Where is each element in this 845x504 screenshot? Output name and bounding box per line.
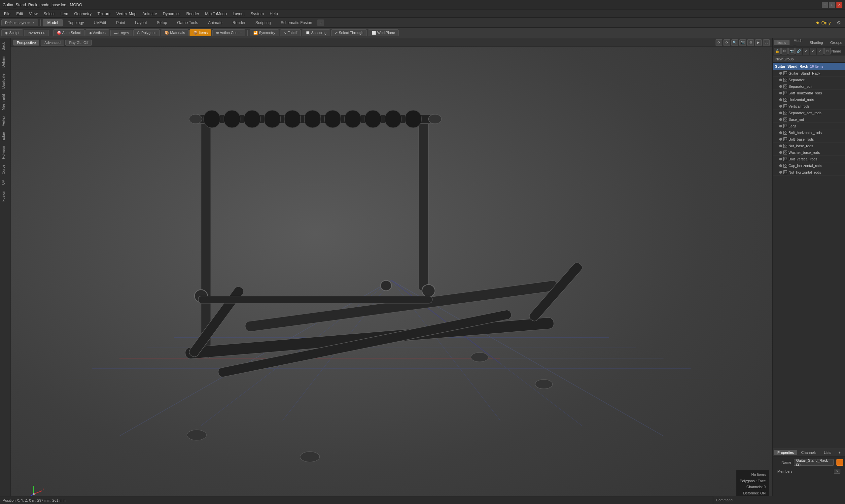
main-tab-game-tools[interactable]: Game Tools [172, 19, 203, 26]
name-prop-value[interactable]: Guitar_Stand_Rack (2) [794, 459, 834, 466]
list-item[interactable]: ⬡ Legs [773, 123, 845, 129]
items-group-header[interactable]: Guitar_Stand_Rack 16 Items [773, 63, 845, 70]
snapping-button[interactable]: 🔲 Snapping [302, 29, 330, 36]
list-item[interactable]: ⬡ Horizontal_rods [773, 96, 845, 103]
menu-item-vertex map[interactable]: Vertex Map [114, 11, 139, 17]
tab-groups[interactable]: Groups [827, 40, 845, 45]
menu-item-edit[interactable]: Edit [14, 11, 26, 17]
vertices-button[interactable]: ◆ Vertices [86, 29, 109, 36]
menu-item-item[interactable]: Item [58, 11, 71, 17]
list-item[interactable]: ⬡ Washer_base_rods [773, 149, 845, 156]
list-item[interactable]: ⬡ Base_rod [773, 116, 845, 123]
vis-btn3[interactable]: ✓ [817, 48, 824, 54]
list-item[interactable]: ⬡ Vertical_rods [773, 103, 845, 110]
tab-add[interactable]: + [835, 450, 844, 455]
sculpt-button[interactable]: ◉ Sculpt [1, 29, 23, 36]
viewport[interactable]: Perspective Advanced Ray GL: Off ⟳ ⟳ 🔍 📷… [11, 38, 772, 504]
close-button[interactable]: ✕ [837, 2, 842, 8]
settings-button[interactable]: ⚙ [747, 39, 754, 46]
items-list[interactable]: Guitar_Stand_Rack 16 Items ⬡ Guitar_Stan… [773, 63, 845, 448]
command-bar[interactable]: Command [713, 496, 845, 504]
list-item[interactable]: ⬡ Bolt_vertical_rods [773, 156, 845, 162]
menu-item-layout[interactable]: Layout [230, 11, 247, 17]
main-tab-model[interactable]: Model [42, 19, 63, 26]
select-through-button[interactable]: ⤢ Select Through [331, 29, 367, 36]
list-item[interactable]: ⬡ Separator [773, 76, 845, 83]
main-tab-layout[interactable]: Layout [130, 19, 152, 26]
action-center-button[interactable]: ⊕ Action Center [212, 29, 245, 36]
tab-channels[interactable]: Channels [798, 450, 820, 455]
list-item[interactable]: ⬡ Guitar_Stand_Rack [773, 70, 845, 76]
settings-gear-icon[interactable]: ⚙ [834, 20, 844, 25]
fullscreen-button[interactable]: ⛶ [763, 39, 770, 46]
tab-items[interactable]: Items [774, 40, 790, 45]
members-expand-button[interactable]: » [834, 469, 840, 474]
advanced-tab[interactable]: Advanced [41, 40, 64, 46]
menu-item-dynamics[interactable]: Dynamics [160, 11, 183, 17]
vis-btn1[interactable]: ✓ [803, 48, 809, 54]
list-item[interactable]: ⬡ Soft_horizontal_rods [773, 90, 845, 96]
link-btn[interactable]: 🔗 [795, 48, 802, 54]
left-tab-edge[interactable]: Edge [0, 129, 10, 143]
left-tab-polygon[interactable]: Polygon [0, 143, 10, 162]
menu-item-select[interactable]: Select [41, 11, 57, 17]
left-tab-back[interactable]: Back [0, 40, 10, 53]
left-tab-vertex[interactable]: Vertex [0, 113, 10, 129]
main-tab-animate[interactable]: Animate [204, 19, 227, 26]
maximize-button[interactable]: □ [829, 2, 835, 8]
menu-item-maxtomodo[interactable]: MaxToModo [203, 11, 229, 17]
menu-item-file[interactable]: File [1, 11, 13, 17]
workplane-button[interactable]: ⬜ WorkPlane [368, 29, 399, 36]
minimize-button[interactable]: ─ [822, 2, 828, 8]
menu-item-geometry[interactable]: Geometry [72, 11, 94, 17]
menu-item-help[interactable]: Help [267, 11, 281, 17]
camera-button[interactable]: 📷 [739, 39, 746, 46]
zoom-button[interactable]: 🔍 [732, 39, 738, 46]
main-tab-uvedit[interactable]: UVEdit [89, 19, 111, 26]
main-tab-scripting[interactable]: Scripting [251, 19, 276, 26]
polygons-button[interactable]: ⬡ Polygons [134, 29, 160, 36]
materials-button[interactable]: 🎨 Materials [161, 29, 189, 36]
edges-button[interactable]: — Edges [110, 30, 133, 36]
auto-select-button[interactable]: 🎯 Auto Select [53, 29, 85, 36]
vis-btn2[interactable]: ✓ [810, 48, 816, 54]
list-item[interactable]: ⬡ Cap_horizontal_rods [773, 162, 845, 169]
left-tab-deform[interactable]: Deform [0, 53, 10, 70]
camera-items-btn[interactable]: 📷 [788, 48, 795, 54]
main-tab-topology[interactable]: Topology [64, 19, 88, 26]
list-item[interactable]: ⬡ Nut_base_rods [773, 143, 845, 149]
menu-item-render[interactable]: Render [183, 11, 202, 17]
rotate-view-button[interactable]: ⟳ [723, 39, 730, 46]
tab-lists[interactable]: Lists [821, 450, 835, 455]
left-tab-curve[interactable]: Curve [0, 162, 10, 177]
new-group-button[interactable]: New Group [773, 55, 845, 63]
tab-properties[interactable]: Properties [774, 450, 797, 455]
main-tab-render[interactable]: Render [228, 19, 250, 26]
list-item[interactable]: ⬡ Bolt_base_rods [773, 136, 845, 143]
falloff-button[interactable]: ∿ Falloff [280, 29, 301, 36]
ray-gl-tab[interactable]: Ray GL: Off [65, 40, 92, 46]
list-item[interactable]: ⬡ Separator_soft_rods [773, 110, 845, 116]
play-button[interactable]: ▶ [755, 39, 762, 46]
settings-items-btn[interactable]: ⚙ [781, 48, 788, 54]
left-tab-uv[interactable]: UV [0, 177, 10, 187]
main-tab-schematic-fusion[interactable]: Schematic Fusion [276, 19, 317, 26]
items-button[interactable]: 📦 Items [190, 29, 211, 36]
presets-button[interactable]: Presets F6 [24, 30, 49, 36]
tab-shading[interactable]: Shading [806, 40, 826, 45]
tab-mesh[interactable]: Mesh ... [790, 38, 806, 47]
list-item[interactable]: ⬡ Nut_horizontal_rods [773, 169, 845, 176]
list-item[interactable]: ⬡ Separator_soft [773, 83, 845, 90]
scene-canvas[interactable]: X Y Z No Items Polygons : Face Channels:… [11, 47, 772, 504]
menu-item-texture[interactable]: Texture [95, 11, 113, 17]
list-item[interactable]: ⬡ Bolt_horizontal_rods [773, 129, 845, 136]
left-tab-mesh-edit[interactable]: Mesh Edit [0, 91, 10, 113]
menu-item-animate[interactable]: Animate [140, 11, 159, 17]
color-swatch[interactable] [837, 459, 843, 466]
left-tab-fusion[interactable]: Fusion [0, 188, 10, 204]
add-tab-button[interactable]: + [317, 19, 324, 26]
lock-btn[interactable]: 🔒 [774, 48, 780, 54]
layouts-dropdown[interactable]: Default Layouts ▼ [1, 19, 38, 26]
main-tab-setup[interactable]: Setup [152, 19, 172, 26]
menu-item-system[interactable]: System [248, 11, 266, 17]
